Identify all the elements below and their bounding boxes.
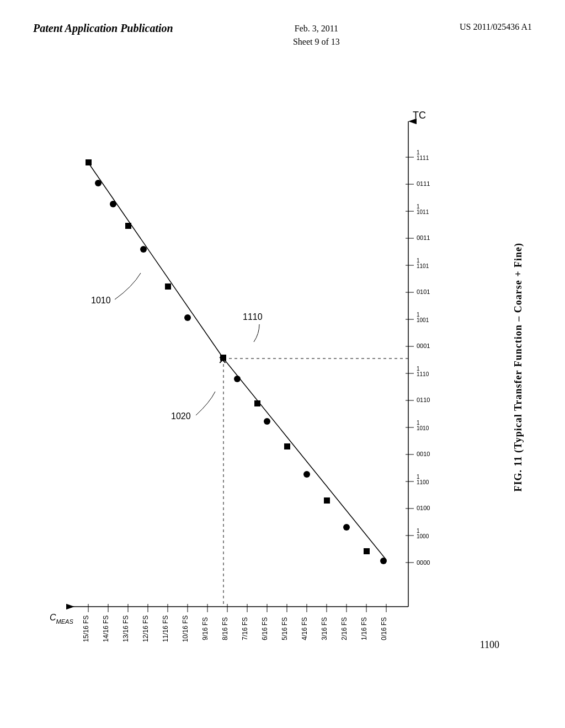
sheet-info: Sheet 9 of 13: [293, 37, 340, 46]
x-tick-10: 10/16 FS: [182, 615, 189, 643]
y-tick-10: 0101: [417, 288, 430, 295]
x-tick-14: 14/16 FS: [102, 615, 110, 643]
data-point-c-5: [234, 376, 241, 382]
data-point-c-6: [264, 418, 270, 425]
page-header: Patent Application Publication Feb. 3, 2…: [0, 22, 565, 49]
x-tick-4: 4/16 FS: [301, 617, 308, 640]
patent-number: US 2011/025436 A1: [460, 22, 532, 32]
y-tick-12: 0011: [417, 234, 430, 241]
x-tick-11: 11/16 FS: [162, 615, 169, 643]
y-tick-2: 0100: [417, 505, 430, 511]
x-tick-2: 2/16 FS: [340, 617, 348, 640]
data-point-c-8: [343, 524, 350, 531]
data-point-sq-1: [86, 159, 92, 165]
data-point-sq-6: [324, 497, 330, 504]
x-tick-1: 1/16 FS: [360, 617, 368, 640]
x-tick-15: 15/16 FS: [82, 615, 90, 643]
label-1020: 1020: [171, 411, 191, 421]
x-tick-8: 8/16 FS: [221, 617, 229, 640]
y-tick-6: 0110: [417, 397, 430, 403]
figure-caption: FIG. 11 (Typical Transfer Function – Coa…: [513, 243, 524, 491]
figure-number: FIG. 11: [513, 456, 524, 491]
y-tick-13b: 1011: [417, 209, 429, 215]
data-point-sq-5: [284, 443, 290, 449]
line-1110: [223, 358, 386, 560]
data-point-sq-7: [364, 548, 370, 554]
header-center: Feb. 3, 2011 Sheet 9 of 13: [293, 22, 340, 49]
x-tick-5: 5/16 FS: [281, 617, 289, 640]
x-tick-12: 12/16 FS: [142, 615, 150, 643]
x-axis-label: CMEAS: [50, 613, 73, 625]
x-tick-3: 3/16 FS: [321, 617, 328, 640]
y-tick-7b: 1110: [417, 371, 429, 377]
data-point-sq-inter: [220, 355, 226, 361]
y-tick-15b: 1111: [417, 155, 429, 161]
label-1010-line: [115, 273, 141, 299]
x-tick-13: 13/16 FS: [122, 615, 130, 643]
line-1010: [88, 163, 223, 358]
data-point-sq-2: [125, 223, 131, 229]
label-1110-line: [254, 324, 259, 342]
x-tick-7: 7/16 FS: [241, 617, 249, 640]
y-tick-9b: 1001: [417, 317, 429, 323]
y-tick-8: 0001: [417, 342, 430, 349]
data-point-sq-4: [254, 400, 260, 406]
data-point-c-9: [380, 558, 387, 564]
chart-area: CMEAS TC 0/16 FS 1/16 FS 2/16 FS 3/16 FS…: [33, 77, 530, 684]
x-tick-0: 0/16 FS: [380, 617, 388, 640]
y-axis-label: TC: [413, 110, 426, 121]
label-1020-line: [196, 392, 215, 415]
label-1110: 1110: [243, 312, 263, 322]
y-tick-3b: 1100: [417, 479, 429, 485]
x-tick-6: 6/16 FS: [261, 617, 269, 640]
y-tick-0: 0000: [417, 559, 430, 566]
y-tick-4: 0010: [417, 451, 430, 457]
main-chart-svg: CMEAS TC 0/16 FS 1/16 FS 2/16 FS 3/16 FS…: [33, 77, 530, 684]
y-tick-1b: 1000: [417, 533, 429, 539]
data-point-c-7: [303, 471, 310, 478]
label-1100: 1100: [480, 639, 499, 651]
pub-date: Feb. 3, 2011: [295, 24, 338, 33]
data-point-c-3: [140, 246, 147, 253]
x-tick-9: 9/16 FS: [201, 617, 209, 640]
y-tick-14: 0111: [417, 180, 430, 187]
data-point-c-1: [95, 180, 102, 186]
y-tick-11b: 1101: [417, 263, 429, 269]
data-point-c-2: [110, 201, 116, 207]
publication-title: Patent Application Publication: [33, 22, 173, 35]
label-1010: 1010: [91, 296, 111, 305]
data-point-c-4: [184, 314, 191, 321]
figure-subtitle: (Typical Transfer Function – Coarse + Fi…: [513, 243, 524, 453]
data-point-sq-3: [165, 283, 171, 290]
y-tick-5b: 1010: [417, 425, 429, 431]
